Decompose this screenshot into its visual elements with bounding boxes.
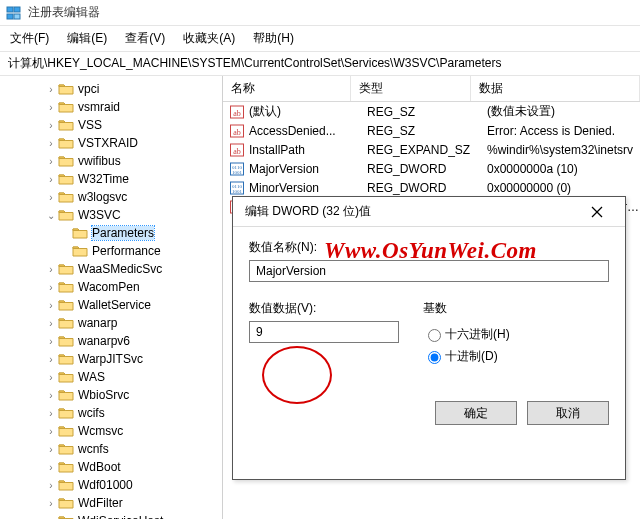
tree-item[interactable]: ›w3logsvc: [2, 188, 222, 206]
menu-bar: 文件(F) 编辑(E) 查看(V) 收藏夹(A) 帮助(H): [0, 26, 640, 52]
tree-item[interactable]: ›WdiServiceHost: [2, 512, 222, 519]
cancel-button[interactable]: 取消: [527, 401, 609, 425]
svg-text:ab: ab: [233, 147, 241, 156]
chevron-right-icon[interactable]: ›: [44, 298, 58, 312]
header-type[interactable]: 类型: [351, 76, 471, 101]
value-name: MajorVersion: [249, 162, 367, 176]
value-name: MinorVersion: [249, 181, 367, 195]
value-row[interactable]: 01101001MinorVersionREG_DWORD0x00000000 …: [223, 178, 640, 197]
tree-item[interactable]: ›VSS: [2, 116, 222, 134]
tree-item-label: WdFilter: [78, 496, 123, 510]
tree-item[interactable]: ›WAS: [2, 368, 222, 386]
folder-icon: [58, 262, 74, 276]
folder-icon: [58, 334, 74, 348]
chevron-right-icon[interactable]: ›: [44, 190, 58, 204]
tree-item-label: vsmraid: [78, 100, 120, 114]
chevron-right-icon[interactable]: ›: [44, 370, 58, 384]
tree-item[interactable]: Parameters: [2, 224, 222, 242]
radio-dec[interactable]: 十进制(D): [423, 345, 510, 367]
tree-item[interactable]: ⌄W3SVC: [2, 206, 222, 224]
value-name-input[interactable]: [249, 260, 609, 282]
menu-file[interactable]: 文件(F): [8, 28, 51, 49]
radio-hex-input[interactable]: [428, 329, 441, 342]
menu-edit[interactable]: 编辑(E): [65, 28, 109, 49]
svg-text:ab: ab: [233, 128, 241, 137]
chevron-right-icon[interactable]: ›: [44, 460, 58, 474]
chevron-right-icon[interactable]: ›: [44, 406, 58, 420]
value-row[interactable]: 01101001MajorVersionREG_DWORD0x0000000a …: [223, 159, 640, 178]
tree-item-label: w3logsvc: [78, 190, 127, 204]
value-data-input[interactable]: [249, 321, 399, 343]
value-row[interactable]: abInstallPathREG_EXPAND_SZ%windir%\syste…: [223, 140, 640, 159]
value-row[interactable]: ab(默认)REG_SZ(数值未设置): [223, 102, 640, 121]
close-icon: [591, 206, 603, 218]
chevron-right-icon[interactable]: ›: [44, 118, 58, 132]
chevron-right-icon[interactable]: ›: [44, 100, 58, 114]
tree-item[interactable]: ›Wdf01000: [2, 476, 222, 494]
tree-item[interactable]: ›WarpJITSvc: [2, 350, 222, 368]
tree-item[interactable]: ›vwifibus: [2, 152, 222, 170]
tree-item-label: WarpJITSvc: [78, 352, 143, 366]
chevron-right-icon[interactable]: ›: [44, 478, 58, 492]
radio-hex[interactable]: 十六进制(H): [423, 323, 510, 345]
tree-item[interactable]: ›WdBoot: [2, 458, 222, 476]
tree-item[interactable]: ›VSTXRAID: [2, 134, 222, 152]
menu-favorites[interactable]: 收藏夹(A): [181, 28, 237, 49]
folder-icon: [58, 172, 74, 186]
tree-item[interactable]: ›vpci: [2, 80, 222, 98]
chevron-right-icon[interactable]: ›: [44, 496, 58, 510]
radio-dec-input[interactable]: [428, 351, 441, 364]
tree-item[interactable]: ›WbioSrvc: [2, 386, 222, 404]
dialog-titlebar[interactable]: 编辑 DWORD (32 位)值: [233, 197, 625, 227]
value-name-label: 数值名称(N):: [249, 239, 609, 256]
chevron-right-icon[interactable]: ›: [44, 334, 58, 348]
ok-button[interactable]: 确定: [435, 401, 517, 425]
tree-item[interactable]: ›WaaSMedicSvc: [2, 260, 222, 278]
string-value-icon: ab: [229, 123, 245, 139]
chevron-down-icon[interactable]: ⌄: [44, 208, 58, 222]
chevron-right-icon[interactable]: ›: [44, 316, 58, 330]
string-value-icon: ab: [229, 142, 245, 158]
chevron-right-icon[interactable]: ›: [44, 136, 58, 150]
chevron-right-icon[interactable]: ›: [44, 514, 58, 519]
tree-item[interactable]: ›WdFilter: [2, 494, 222, 512]
radio-dec-label: 十进制(D): [445, 348, 498, 365]
value-row[interactable]: abAccessDenied...REG_SZError: Access is …: [223, 121, 640, 140]
address-bar[interactable]: 计算机\HKEY_LOCAL_MACHINE\SYSTEM\CurrentCon…: [0, 52, 640, 76]
chevron-right-icon[interactable]: ›: [44, 388, 58, 402]
svg-text:ab: ab: [233, 109, 241, 118]
menu-help[interactable]: 帮助(H): [251, 28, 296, 49]
tree-item[interactable]: ›WalletService: [2, 296, 222, 314]
address-path: 计算机\HKEY_LOCAL_MACHINE\SYSTEM\CurrentCon…: [8, 56, 501, 70]
tree-item[interactable]: ›wcifs: [2, 404, 222, 422]
dialog-close-button[interactable]: [577, 198, 617, 226]
tree-item[interactable]: ›Wcmsvc: [2, 422, 222, 440]
folder-icon: [58, 316, 74, 330]
chevron-right-icon[interactable]: ›: [44, 82, 58, 96]
header-name[interactable]: 名称: [223, 76, 351, 101]
chevron-right-icon[interactable]: ›: [44, 442, 58, 456]
menu-view[interactable]: 查看(V): [123, 28, 167, 49]
tree-item[interactable]: ›wcnfs: [2, 440, 222, 458]
chevron-right-icon[interactable]: ›: [44, 262, 58, 276]
tree-item-label: WbioSrvc: [78, 388, 129, 402]
tree-item[interactable]: ›vsmraid: [2, 98, 222, 116]
tree-item[interactable]: ›WacomPen: [2, 278, 222, 296]
chevron-right-icon[interactable]: ›: [44, 280, 58, 294]
tree-item[interactable]: ›wanarp: [2, 314, 222, 332]
chevron-right-icon[interactable]: ›: [44, 154, 58, 168]
svg-rect-2: [7, 14, 13, 19]
value-data: Error: Access is Denied.: [487, 124, 640, 138]
tree-item-label: Wcmsvc: [78, 424, 123, 438]
tree-item[interactable]: ›wanarpv6: [2, 332, 222, 350]
chevron-right-icon[interactable]: ›: [44, 172, 58, 186]
window-title: 注册表编辑器: [28, 4, 100, 21]
tree-item[interactable]: ›W32Time: [2, 170, 222, 188]
registry-tree[interactable]: ›vpci›vsmraid›VSS›VSTXRAID›vwifibus›W32T…: [0, 76, 223, 519]
chevron-right-icon[interactable]: ›: [44, 352, 58, 366]
tree-item-label: WacomPen: [78, 280, 140, 294]
header-data[interactable]: 数据: [471, 76, 640, 101]
chevron-right-icon[interactable]: ›: [44, 424, 58, 438]
tree-item[interactable]: Performance: [2, 242, 222, 260]
folder-icon: [72, 226, 88, 240]
